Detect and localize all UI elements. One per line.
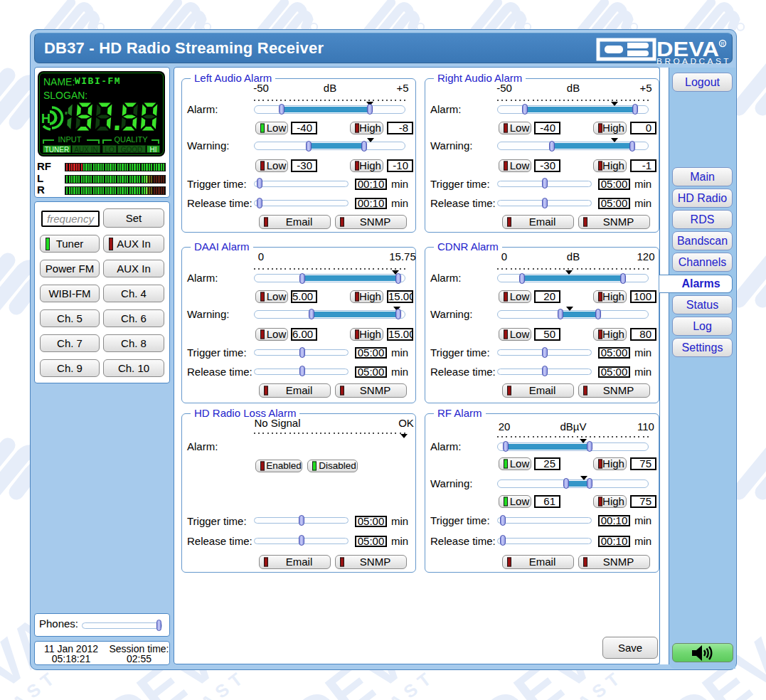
svg-text:R: R	[721, 41, 725, 46]
svg-text:H: H	[41, 112, 50, 126]
svg-text:BROADCAST: BROADCAST	[656, 57, 731, 65]
